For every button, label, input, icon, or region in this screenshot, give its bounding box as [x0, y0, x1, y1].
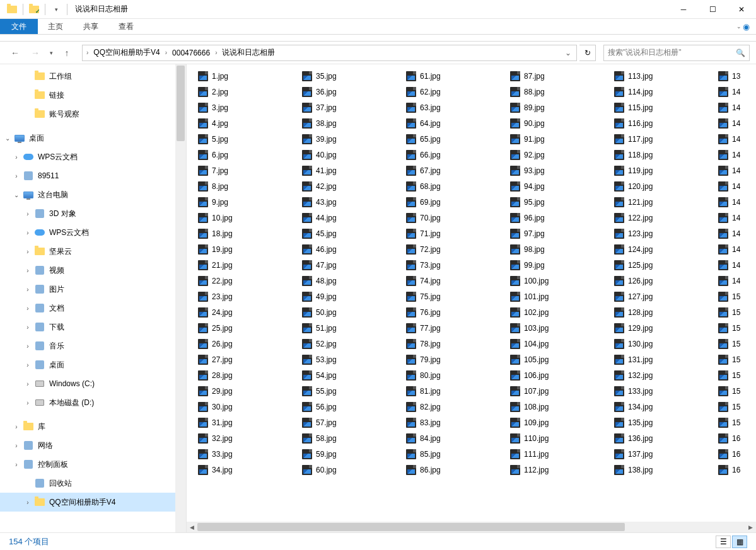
horizontal-scrollbar[interactable]: ◀ ▶ [187, 522, 756, 532]
file-item[interactable]: 10.jpg [187, 210, 291, 226]
file-item[interactable]: 14 [707, 84, 745, 100]
file-item[interactable]: 111.jpg [499, 446, 603, 462]
expand-icon[interactable]: › [23, 499, 33, 506]
tree-item[interactable]: ›坚果云 [0, 242, 175, 261]
file-item[interactable]: 129.jpg [603, 320, 707, 336]
file-item[interactable]: 63.jpg [395, 100, 499, 115]
expand-icon[interactable]: › [11, 423, 21, 430]
file-item[interactable]: 79.jpg [395, 352, 499, 367]
details-view-button[interactable]: ☰ [716, 536, 731, 548]
file-item[interactable]: 109.jpg [499, 415, 603, 430]
file-item[interactable]: 15 [707, 367, 745, 383]
tree-item[interactable]: ›QQ空间相册助手V4 [0, 493, 175, 512]
file-item[interactable]: 15 [707, 352, 745, 367]
file-item[interactable]: 2.jpg [187, 84, 291, 100]
chevron-right-icon[interactable]: › [164, 49, 168, 56]
file-item[interactable]: 14 [707, 194, 745, 210]
file-item[interactable]: 68.jpg [395, 178, 499, 194]
file-item[interactable]: 93.jpg [499, 163, 603, 178]
expand-icon[interactable]: › [23, 248, 33, 255]
tree-item[interactable]: ›本地磁盘 (D:) [0, 393, 175, 412]
file-item[interactable]: 14 [707, 257, 745, 273]
file-item[interactable]: 89.jpg [499, 100, 603, 115]
file-item[interactable]: 82.jpg [395, 399, 499, 415]
file-item[interactable]: 18.jpg [187, 226, 291, 241]
file-item[interactable]: 123.jpg [603, 226, 707, 241]
file-item[interactable]: 55.jpg [291, 383, 395, 399]
file-item[interactable]: 56.jpg [291, 399, 395, 415]
breadcrumb-item[interactable]: QQ空间相册助手V4 [90, 45, 163, 60]
expand-icon[interactable]: › [23, 210, 33, 217]
breadcrumb-dropdown-icon[interactable]: ⌄ [565, 49, 574, 57]
file-item[interactable]: 25.jpg [187, 320, 291, 336]
expand-icon[interactable]: › [23, 324, 33, 331]
tab-home[interactable]: 主页 [38, 19, 73, 34]
maximize-button[interactable]: ☐ [698, 0, 727, 19]
expand-icon[interactable]: › [11, 442, 21, 449]
file-item[interactable]: 125.jpg [603, 257, 707, 273]
tree-item[interactable]: ›3D 对象 [0, 204, 175, 223]
file-item[interactable]: 88.jpg [499, 84, 603, 100]
file-item[interactable]: 35.jpg [291, 68, 395, 84]
file-item[interactable]: 33.jpg [187, 446, 291, 462]
tree-item[interactable]: ›桌面 [0, 355, 175, 374]
file-item[interactable]: 28.jpg [187, 367, 291, 383]
file-item[interactable]: 14 [707, 273, 745, 289]
file-item[interactable]: 66.jpg [395, 147, 499, 163]
qat-properties-icon[interactable] [27, 3, 41, 16]
chevron-right-icon[interactable]: › [214, 49, 218, 56]
file-item[interactable]: 81.jpg [395, 383, 499, 399]
file-item[interactable]: 4.jpg [187, 115, 291, 131]
tree-item[interactable]: ›账号观察 [0, 105, 175, 123]
file-item[interactable]: 43.jpg [291, 194, 395, 210]
expand-icon[interactable]: › [11, 173, 21, 180]
file-item[interactable]: 15 [707, 415, 745, 430]
icons-view-button[interactable]: ▦ [732, 536, 747, 548]
expand-icon[interactable]: › [11, 154, 21, 161]
file-item[interactable]: 14 [707, 178, 745, 194]
file-item[interactable]: 62.jpg [395, 84, 499, 100]
breadcrumb-item[interactable]: 说说和日志相册 [218, 45, 279, 60]
expand-icon[interactable]: › [23, 286, 33, 293]
file-item[interactable]: 14 [707, 226, 745, 241]
breadcrumb-item[interactable]: 000476666 [168, 45, 214, 60]
tree-item[interactable]: ›图片 [0, 280, 175, 299]
breadcrumb-bar[interactable]: › QQ空间相册助手V4 › 000476666 › 说说和日志相册 ⌄ [82, 45, 577, 61]
file-item[interactable]: 21.jpg [187, 257, 291, 273]
file-item[interactable]: 116.jpg [603, 115, 707, 131]
tree-item[interactable]: ›89511 [0, 166, 175, 185]
file-item[interactable]: 118.jpg [603, 147, 707, 163]
file-item[interactable]: 115.jpg [603, 100, 707, 115]
file-item[interactable]: 98.jpg [499, 241, 603, 257]
file-item[interactable]: 112.jpg [499, 462, 603, 478]
file-item[interactable]: 74.jpg [395, 273, 499, 289]
file-item[interactable]: 14 [707, 131, 745, 147]
file-item[interactable]: 97.jpg [499, 226, 603, 241]
file-item[interactable]: 45.jpg [291, 226, 395, 241]
file-item[interactable]: 99.jpg [499, 257, 603, 273]
file-item[interactable]: 135.jpg [603, 415, 707, 430]
file-item[interactable]: 16 [707, 462, 745, 478]
file-item[interactable]: 127.jpg [603, 289, 707, 304]
tab-share[interactable]: 共享 [73, 19, 108, 34]
file-item[interactable]: 64.jpg [395, 115, 499, 131]
file-item[interactable]: 14 [707, 147, 745, 163]
file-item[interactable]: 7.jpg [187, 163, 291, 178]
file-item[interactable]: 15 [707, 304, 745, 320]
file-item[interactable]: 31.jpg [187, 415, 291, 430]
file-item[interactable]: 15 [707, 383, 745, 399]
file-item[interactable]: 131.jpg [603, 352, 707, 367]
file-item[interactable]: 23.jpg [187, 289, 291, 304]
file-item[interactable]: 110.jpg [499, 430, 603, 446]
tree-item[interactable]: ›回收站 [0, 474, 175, 493]
file-item[interactable]: 22.jpg [187, 273, 291, 289]
file-item[interactable]: 107.jpg [499, 383, 603, 399]
scrollbar-thumb[interactable] [197, 523, 625, 531]
file-item[interactable]: 14 [707, 115, 745, 131]
tree-item[interactable]: ⌄桌面 [0, 129, 175, 147]
tree-item[interactable]: ⌄这台电脑 [0, 185, 175, 204]
close-button[interactable]: ✕ [727, 0, 756, 19]
file-item[interactable]: 14 [707, 241, 745, 257]
file-item[interactable]: 113.jpg [603, 68, 707, 84]
search-icon[interactable]: 🔍 [736, 49, 745, 57]
